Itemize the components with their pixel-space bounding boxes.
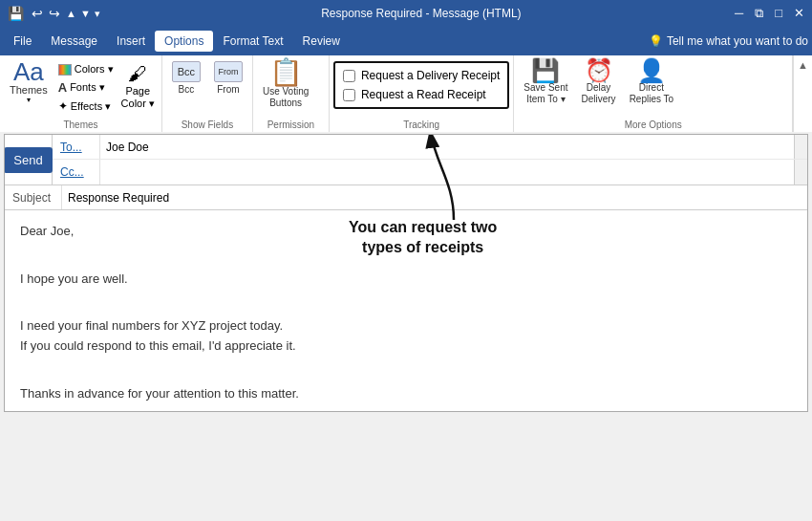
down-icon[interactable]: ▼ [80,8,91,19]
colors-label: Colors ▾ [75,63,114,76]
effects-label: Effects ▾ [71,100,111,113]
fonts-item[interactable]: A Fonts ▾ [55,78,117,97]
window-controls: ─ ⧉ □ ✕ [735,6,804,21]
fonts-icon: A [58,80,67,95]
permission-body: 📋 Use VotingButtons [257,57,325,118]
themes-icon: Aa [13,59,44,84]
permission-label: Permission [257,118,325,130]
ribbon-group-tracking: Request a Delivery Receipt Request a Rea… [330,55,514,132]
cc-button[interactable]: Cc... [53,160,100,185]
save-sent-button[interactable]: 💾 Save SentItem To ▾ [518,57,573,107]
menu-message[interactable]: Message [41,31,107,52]
subject-input[interactable] [62,191,807,205]
cc-row: Cc... [53,160,807,185]
direct-replies-label: DirectReplies To [630,82,674,105]
to-input[interactable] [100,141,794,154]
message-body[interactable]: Dear Joe, I hope you are well. I need yo… [5,210,807,411]
body-line-2: I hope you are well. [20,270,792,290]
direct-replies-button[interactable]: 👤 DirectReplies To [624,57,680,107]
fonts-label: Fonts ▾ [70,81,105,94]
send-fields-row: Send To... Cc... [5,135,807,185]
send-column: Send [5,135,53,185]
menu-file[interactable]: File [4,31,41,52]
save-sent-label: Save SentItem To ▾ [524,82,567,105]
bcc-button[interactable]: Bcc Bcc [166,57,206,98]
page-color-label: PageColor ▾ [121,85,155,110]
tell-me-text[interactable]: Tell me what you want to do [667,34,808,48]
fields-rows: To... Cc... [53,135,807,185]
to-button[interactable]: To... [53,135,100,159]
menu-review[interactable]: Review [293,31,350,52]
tracking-checkboxes: Request a Delivery Receipt Request a Rea… [333,61,509,109]
delivery-receipt-label: Request a Delivery Receipt [361,69,500,82]
save-icon[interactable]: 💾 [8,6,24,21]
ribbon-group-show-fields: Bcc Bcc From From Show Fields [162,55,253,132]
voting-label: Use VotingButtons [263,86,309,109]
redo-icon[interactable]: ↪ [49,6,60,21]
read-receipt-option[interactable]: Request a Read Receipt [343,88,500,101]
delivery-receipt-checkbox[interactable] [343,70,355,82]
close-button[interactable]: ✕ [794,6,804,21]
body-line-4: Thanks in advance for your attention to … [20,384,792,404]
scroll-cc [794,160,807,185]
body-line-1: Dear Joe, [20,222,792,242]
email-wrapper: Send To... Cc... Subject You can request… [4,134,808,412]
ribbon-group-themes: Aa themes Themes ▾ Colors ▾ A Fonts ▾ [0,55,162,132]
undo-icon[interactable]: ↩ [32,6,43,21]
tracking-label: Tracking [333,118,509,130]
page-color-item[interactable]: 🖌 PageColor ▾ [118,61,158,112]
themes-text: Themes [10,84,48,96]
themes-group-label: Themes [4,118,158,130]
menu-options[interactable]: Options [155,31,213,52]
themes-large-button[interactable]: Aa themes Themes ▾ [4,57,53,106]
menu-insert[interactable]: Insert [107,31,155,52]
ribbon-collapse-button[interactable]: ▲ [793,55,812,132]
lightbulb-icon: 💡 [649,34,663,48]
maximize-button[interactable]: □ [775,6,782,21]
up-icon[interactable]: ▲ [66,8,76,19]
tracking-body: Request a Delivery Receipt Request a Rea… [333,57,509,118]
tell-me-area[interactable]: 💡 Tell me what you want to do [649,34,808,48]
delay-delivery-icon: ⏰ [585,59,613,82]
colors-swatch-icon [58,64,72,76]
subject-row: Subject [5,185,807,210]
from-icon: From [214,61,243,82]
send-button[interactable]: Send [4,147,52,173]
cc-input[interactable] [100,165,794,179]
window-title: Response Required - Message (HTML) [108,7,735,20]
voting-icon: 📋 [269,59,303,86]
themes-sub-col: Colors ▾ A Fonts ▾ ✦ Effects ▾ [55,57,117,115]
effects-item[interactable]: ✦ Effects ▾ [55,98,117,115]
page-color-icon: 🖌 [128,63,147,85]
title-bar: 💾 ↩ ↪ ▲ ▼ ▾ Response Required - Message … [0,0,812,27]
themes-group-body: Aa themes Themes ▾ Colors ▾ A Fonts ▾ [4,57,158,118]
menu-format-text[interactable]: Format Text [213,31,292,52]
bcc-icon: Bcc [172,61,201,82]
annotation-container: You can request twotypes of receipts Dea… [5,210,807,411]
colors-item[interactable]: Colors ▾ [55,61,117,77]
read-receipt-checkbox[interactable] [343,89,355,101]
themes-dropdown-icon: ▾ [27,96,31,104]
ribbon-group-permission: 📋 Use VotingButtons Permission [253,55,330,132]
ribbon-group-more-options: 💾 Save SentItem To ▾ ⏰ DelayDelivery 👤 D… [514,55,793,132]
read-receipt-label: Request a Read Receipt [361,88,486,101]
more-options-body: 💾 Save SentItem To ▾ ⏰ DelayDelivery 👤 D… [518,57,788,118]
bcc-label: Bcc [179,84,195,95]
use-voting-buttons-button[interactable]: 📋 Use VotingButtons [257,57,314,111]
customize-icon[interactable]: ▾ [95,8,100,20]
delivery-receipt-option[interactable]: Request a Delivery Receipt [343,69,500,82]
from-button[interactable]: From From [208,57,248,98]
subject-label: Subject [5,185,62,209]
effects-icon: ✦ [58,99,68,113]
page-color-col: 🖌 PageColor ▾ [118,57,158,112]
collapse-icon: ▲ [798,59,808,71]
from-label: From [217,84,239,95]
delay-delivery-button[interactable]: ⏰ DelayDelivery [576,57,622,107]
minimize-button[interactable]: ─ [735,6,743,21]
scroll-to [794,135,807,159]
restore-button[interactable]: ⧉ [755,6,763,21]
menu-bar: File Message Insert Options Format Text … [0,27,812,55]
ribbon: Aa themes Themes ▾ Colors ▾ A Fonts ▾ [0,55,812,132]
body-line-3: I need your final numbers for XYZ projec… [20,316,792,357]
more-options-label: More Options [518,118,788,130]
